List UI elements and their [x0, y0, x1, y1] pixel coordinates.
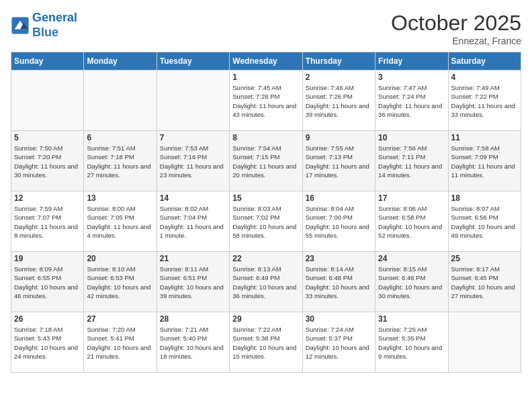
calendar-cell: 5Sunrise: 7:50 AM Sunset: 7:20 PM Daylig…	[11, 131, 84, 191]
day-number: 31	[378, 314, 445, 324]
title-block: October 2025 Ennezat, France	[391, 11, 521, 46]
calendar-week-row: 19Sunrise: 8:09 AM Sunset: 6:55 PM Dayli…	[11, 252, 521, 312]
day-number: 21	[160, 254, 226, 263]
day-number: 30	[306, 314, 372, 324]
calendar-cell	[84, 71, 157, 131]
month-title: October 2025	[391, 11, 521, 36]
day-info: Sunrise: 7:25 AM Sunset: 5:35 PM Dayligh…	[378, 325, 445, 361]
day-number: 26	[14, 314, 81, 324]
calendar-cell: 16Sunrise: 8:04 AM Sunset: 7:00 PM Dayli…	[302, 191, 375, 252]
calendar-cell: 3Sunrise: 7:47 AM Sunset: 7:24 PM Daylig…	[375, 71, 448, 131]
day-number: 8	[232, 133, 299, 142]
day-info: Sunrise: 7:50 AM Sunset: 7:20 PM Dayligh…	[14, 144, 81, 179]
day-number: 7	[160, 133, 226, 142]
day-info: Sunrise: 7:45 AM Sunset: 7:28 PM Dayligh…	[232, 83, 299, 119]
day-number: 10	[378, 133, 445, 142]
day-number: 4	[451, 73, 518, 82]
day-number: 18	[451, 193, 518, 203]
calendar-cell: 15Sunrise: 8:03 AM Sunset: 7:02 PM Dayli…	[230, 191, 302, 252]
day-number: 16	[306, 193, 372, 203]
day-info: Sunrise: 8:10 AM Sunset: 6:53 PM Dayligh…	[87, 265, 153, 300]
dow-header: Friday	[375, 52, 448, 71]
day-number: 22	[232, 254, 299, 263]
day-number: 3	[378, 73, 445, 82]
calendar-cell: 4Sunrise: 7:49 AM Sunset: 7:22 PM Daylig…	[448, 71, 521, 131]
day-info: Sunrise: 7:46 AM Sunset: 7:26 PM Dayligh…	[306, 83, 372, 119]
day-info: Sunrise: 7:54 AM Sunset: 7:15 PM Dayligh…	[232, 144, 299, 179]
day-info: Sunrise: 8:13 AM Sunset: 6:49 PM Dayligh…	[232, 265, 299, 300]
dow-header: Thursday	[302, 52, 375, 71]
day-number: 23	[306, 254, 372, 263]
day-number: 13	[87, 193, 153, 203]
calendar-cell: 22Sunrise: 8:13 AM Sunset: 6:49 PM Dayli…	[230, 252, 302, 312]
day-info: Sunrise: 8:11 AM Sunset: 6:51 PM Dayligh…	[160, 265, 226, 300]
dow-header: Wednesday	[230, 52, 302, 71]
calendar-cell: 30Sunrise: 7:24 AM Sunset: 5:37 PM Dayli…	[302, 312, 375, 373]
days-of-week-row: SundayMondayTuesdayWednesdayThursdayFrid…	[11, 52, 521, 71]
day-info: Sunrise: 7:49 AM Sunset: 7:22 PM Dayligh…	[451, 83, 518, 119]
calendar-cell: 29Sunrise: 7:22 AM Sunset: 5:38 PM Dayli…	[230, 312, 302, 373]
calendar-cell: 7Sunrise: 7:53 AM Sunset: 7:16 PM Daylig…	[157, 131, 229, 191]
calendar-cell	[11, 71, 84, 131]
day-number: 2	[306, 73, 372, 82]
calendar-cell: 2Sunrise: 7:46 AM Sunset: 7:26 PM Daylig…	[302, 71, 375, 131]
day-info: Sunrise: 7:24 AM Sunset: 5:37 PM Dayligh…	[306, 325, 372, 361]
calendar-cell: 28Sunrise: 7:21 AM Sunset: 5:40 PM Dayli…	[157, 312, 229, 373]
calendar-week-row: 5Sunrise: 7:50 AM Sunset: 7:20 PM Daylig…	[11, 131, 521, 191]
calendar-cell: 1Sunrise: 7:45 AM Sunset: 7:28 PM Daylig…	[230, 71, 302, 131]
day-number: 27	[87, 314, 153, 324]
calendar-cell: 20Sunrise: 8:10 AM Sunset: 6:53 PM Dayli…	[84, 252, 157, 312]
calendar-cell	[448, 312, 521, 373]
calendar-cell	[157, 71, 229, 131]
calendar-cell: 17Sunrise: 8:06 AM Sunset: 6:58 PM Dayli…	[375, 191, 448, 252]
day-number: 25	[451, 254, 518, 263]
day-number: 29	[232, 314, 299, 324]
day-info: Sunrise: 8:04 AM Sunset: 7:00 PM Dayligh…	[306, 204, 372, 240]
day-number: 24	[378, 254, 445, 263]
calendar-cell: 24Sunrise: 8:15 AM Sunset: 6:46 PM Dayli…	[375, 252, 448, 312]
day-info: Sunrise: 8:07 AM Sunset: 6:56 PM Dayligh…	[451, 204, 518, 240]
calendar-cell: 25Sunrise: 8:17 AM Sunset: 6:45 PM Dayli…	[448, 252, 521, 312]
calendar-week-row: 1Sunrise: 7:45 AM Sunset: 7:28 PM Daylig…	[11, 71, 521, 131]
calendar-table: SundayMondayTuesdayWednesdayThursdayFrid…	[11, 52, 521, 373]
calendar-cell: 12Sunrise: 7:59 AM Sunset: 7:07 PM Dayli…	[11, 191, 84, 252]
day-info: Sunrise: 7:51 AM Sunset: 7:18 PM Dayligh…	[87, 144, 153, 179]
calendar-cell: 26Sunrise: 7:18 AM Sunset: 5:43 PM Dayli…	[11, 312, 84, 373]
calendar-cell: 6Sunrise: 7:51 AM Sunset: 7:18 PM Daylig…	[84, 131, 157, 191]
logo-icon	[11, 16, 30, 35]
day-info: Sunrise: 8:15 AM Sunset: 6:46 PM Dayligh…	[378, 265, 445, 300]
day-info: Sunrise: 7:55 AM Sunset: 7:13 PM Dayligh…	[306, 144, 372, 179]
calendar-cell: 8Sunrise: 7:54 AM Sunset: 7:15 PM Daylig…	[230, 131, 302, 191]
day-info: Sunrise: 8:03 AM Sunset: 7:02 PM Dayligh…	[232, 204, 299, 240]
day-info: Sunrise: 7:53 AM Sunset: 7:16 PM Dayligh…	[160, 144, 226, 179]
location-subtitle: Ennezat, France	[391, 36, 521, 46]
page-header: General Blue October 2025 Ennezat, Franc…	[11, 11, 521, 46]
calendar-cell: 10Sunrise: 7:56 AM Sunset: 7:11 PM Dayli…	[375, 131, 448, 191]
calendar-week-row: 12Sunrise: 7:59 AM Sunset: 7:07 PM Dayli…	[11, 191, 521, 252]
day-number: 20	[87, 254, 153, 263]
calendar-cell: 23Sunrise: 8:14 AM Sunset: 6:48 PM Dayli…	[302, 252, 375, 312]
calendar-body: 1Sunrise: 7:45 AM Sunset: 7:28 PM Daylig…	[11, 71, 521, 373]
day-info: Sunrise: 7:47 AM Sunset: 7:24 PM Dayligh…	[378, 83, 445, 119]
day-info: Sunrise: 7:56 AM Sunset: 7:11 PM Dayligh…	[378, 144, 445, 179]
day-info: Sunrise: 8:00 AM Sunset: 7:05 PM Dayligh…	[87, 204, 153, 240]
day-number: 28	[160, 314, 226, 324]
day-number: 11	[451, 133, 518, 142]
dow-header: Monday	[84, 52, 157, 71]
day-info: Sunrise: 7:22 AM Sunset: 5:38 PM Dayligh…	[232, 325, 299, 361]
calendar-cell: 21Sunrise: 8:11 AM Sunset: 6:51 PM Dayli…	[157, 252, 229, 312]
calendar-cell: 11Sunrise: 7:58 AM Sunset: 7:09 PM Dayli…	[448, 131, 521, 191]
dow-header: Saturday	[448, 52, 521, 71]
day-number: 12	[14, 193, 81, 203]
day-info: Sunrise: 8:14 AM Sunset: 6:48 PM Dayligh…	[306, 265, 372, 300]
calendar-cell: 14Sunrise: 8:02 AM Sunset: 7:04 PM Dayli…	[157, 191, 229, 252]
day-info: Sunrise: 7:59 AM Sunset: 7:07 PM Dayligh…	[14, 204, 81, 240]
calendar-week-row: 26Sunrise: 7:18 AM Sunset: 5:43 PM Dayli…	[11, 312, 521, 373]
calendar-cell: 19Sunrise: 8:09 AM Sunset: 6:55 PM Dayli…	[11, 252, 84, 312]
day-number: 14	[160, 193, 226, 203]
calendar-cell: 9Sunrise: 7:55 AM Sunset: 7:13 PM Daylig…	[302, 131, 375, 191]
calendar-cell: 18Sunrise: 8:07 AM Sunset: 6:56 PM Dayli…	[448, 191, 521, 252]
day-info: Sunrise: 7:58 AM Sunset: 7:09 PM Dayligh…	[451, 144, 518, 179]
logo: General Blue	[11, 11, 77, 40]
day-number: 9	[306, 133, 372, 142]
